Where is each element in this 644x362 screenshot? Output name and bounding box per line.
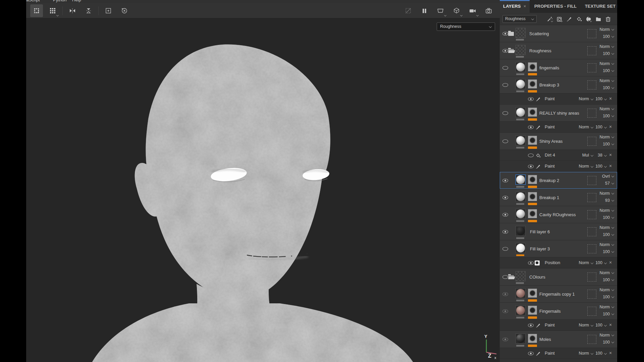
mask-thumbnail-wrap[interactable] [528,334,537,343]
layer-row[interactable]: Fingernails copy 1 Norm 100 [500,286,617,303]
screenshot-icon[interactable] [482,4,495,17]
blend-mode-select[interactable]: Norm [599,270,614,275]
blend-mode-select[interactable]: Norm [599,333,614,338]
display-settings-icon[interactable] [434,4,447,17]
blend-mode-select[interactable]: Norm [599,61,614,66]
mask-placeholder[interactable] [587,335,596,344]
mask-thumbnail-wrap[interactable] [528,306,537,315]
visibility-eye-icon[interactable] [502,66,508,70]
effect-row[interactable]: Paint Norm 100 × [500,320,617,331]
tab-layers[interactable]: LAYERS× [500,0,530,13]
effect-opacity[interactable]: 100 [594,351,602,356]
layer-row[interactable]: Breakup 1 Norm 93 [500,189,617,206]
opacity-select[interactable]: 100 [603,142,614,146]
effect-row[interactable]: Paint Norm 100 × [500,161,617,172]
effect-opacity[interactable]: 100 [594,164,602,169]
visibility-eye-icon[interactable] [528,97,534,101]
visibility-eye-icon[interactable] [502,49,508,53]
mask-placeholder[interactable] [587,307,596,316]
visibility-eye-icon[interactable] [502,230,508,234]
delete-effect-button[interactable]: × [609,350,612,356]
opacity-select[interactable]: 100 [603,249,614,254]
add-fill-effect-icon[interactable] [575,15,583,23]
opacity-select[interactable]: 100 [603,51,614,56]
visibility-eye-icon[interactable] [502,111,508,115]
mask-placeholder[interactable] [587,109,596,118]
layer-thumbnail[interactable] [516,175,526,185]
blend-mode-select[interactable]: Norm [599,242,614,247]
visibility-eye-icon[interactable] [528,323,534,327]
menu-item-python[interactable]: Python [53,0,66,2]
effect-row[interactable]: Dirt 4 Mul 38 × [500,150,617,161]
tiling-grid-icon[interactable] [46,4,59,17]
layer-row[interactable]: Roughness Norm 100 [500,42,617,59]
blend-mode-select[interactable]: Norm [599,44,614,49]
visibility-eye-icon[interactable] [528,352,534,355]
layer-row[interactable]: Cavity ROughness Norm 100 [500,206,617,223]
effect-blend[interactable]: Mul [575,153,589,158]
effect-row[interactable]: Paint Norm 100 × [500,122,617,133]
mask-thumbnail-wrap[interactable] [528,192,537,201]
mask-thumbnail-wrap[interactable] [528,175,537,184]
close-icon[interactable]: × [524,4,526,9]
blend-mode-select[interactable]: Norm [599,78,614,83]
mask-placeholder[interactable] [587,80,596,89]
visibility-eye-icon[interactable] [502,338,508,341]
camera-settings-icon[interactable] [466,4,479,17]
opacity-select[interactable]: 100 [603,278,614,282]
visibility-eye-icon[interactable] [502,32,508,36]
opacity-select[interactable]: 100 [603,312,614,316]
layer-row[interactable]: REALLY shiny areas Norm 100 [500,105,617,122]
layer-row[interactable]: Fingernails Norm 100 [500,303,617,320]
layer-thumbnail[interactable] [516,288,526,298]
opacity-select[interactable]: 100 [603,34,614,39]
visibility-eye-icon[interactable] [502,213,508,217]
opacity-select[interactable]: 100 [603,85,614,90]
delete-effect-button[interactable]: × [609,152,612,158]
mask-placeholder[interactable] [587,273,596,282]
layer-thumbnail[interactable] [516,28,526,38]
visibility-eye-icon[interactable] [502,309,508,313]
layer-thumbnail[interactable] [516,45,526,55]
opacity-select[interactable]: 100 [603,295,614,299]
mask-placeholder[interactable] [587,290,596,299]
delete-layer-icon[interactable] [604,15,612,23]
effect-opacity[interactable]: 100 [594,97,602,101]
mirror-vertical-icon[interactable] [82,4,95,17]
mask-thumbnail-wrap[interactable] [528,108,537,117]
opacity-select[interactable]: 100 [603,68,614,73]
pause-icon[interactable] [418,4,431,17]
effect-row[interactable]: Paint Norm 100 × [500,348,617,359]
visibility-eye-icon[interactable] [528,165,534,168]
tab-properties-fill[interactable]: PROPERTIES - FILL [531,0,580,13]
blend-mode-select[interactable]: Norm [599,107,614,111]
layer-row[interactable]: Breakup 2 Ovrl 57 [500,172,617,189]
visibility-eye-icon[interactable] [502,196,508,199]
blend-mode-select[interactable]: Norm [599,208,614,213]
opacity-select[interactable]: 100 [603,114,614,118]
mask-placeholder[interactable] [587,176,596,185]
layer-thumbnail[interactable] [516,79,526,89]
visibility-eye-icon[interactable] [528,154,534,157]
mask-placeholder[interactable] [587,193,596,202]
layer-thumbnail[interactable] [516,62,526,72]
layer-thumbnail[interactable] [516,226,526,236]
layer-row[interactable]: Fill layer 3 Norm 100 [500,240,617,257]
effect-opacity[interactable]: 38 [594,153,602,158]
effect-opacity[interactable]: 100 [594,260,602,265]
mask-placeholder[interactable] [587,227,596,236]
visibility-eye-icon[interactable] [502,83,508,87]
viewport-channel-dropdown[interactable]: Roughness [437,22,495,31]
effect-blend[interactable]: Norm [575,260,589,265]
channel-filter-dropdown[interactable]: Roughness [502,15,537,23]
geometry-mode-icon[interactable] [450,4,463,17]
layer-thumbnail[interactable] [516,107,526,117]
effect-blend[interactable]: Norm [575,351,589,356]
menu-item-help[interactable]: Help [72,0,81,2]
layer-thumbnail[interactable] [516,243,526,253]
add-filter-icon[interactable] [556,15,563,23]
layer-row[interactable]: Moles Norm 100 [500,331,617,348]
reset-rotation-icon[interactable] [118,4,131,17]
delete-effect-button[interactable]: × [609,322,612,327]
visibility-eye-icon[interactable] [528,125,534,129]
